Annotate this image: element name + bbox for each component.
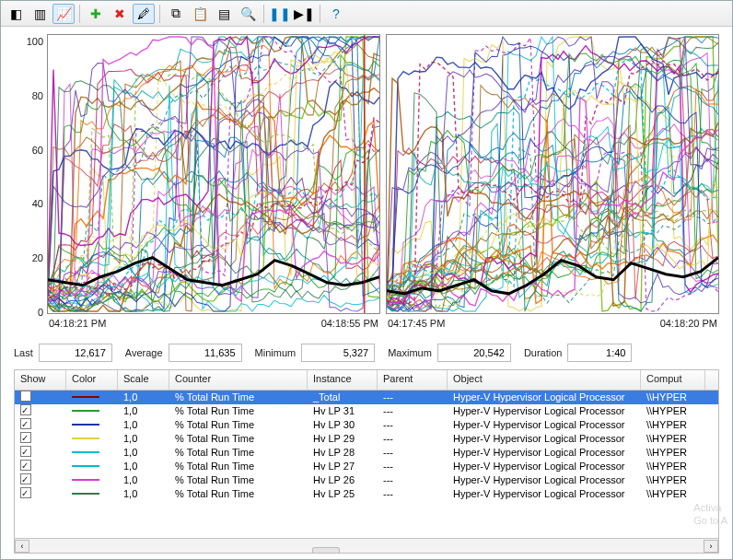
color-swatch xyxy=(72,424,99,426)
show-checkbox[interactable] xyxy=(20,391,31,402)
table-row[interactable]: 1,0% Total Run TimeHv LP 26---Hyper-V Hy… xyxy=(15,473,718,487)
cell-parent: --- xyxy=(378,404,448,418)
cell-computer: \\HYPER xyxy=(641,404,705,418)
table-row[interactable]: 1,0% Total Run TimeHv LP 28---Hyper-V Hy… xyxy=(15,446,718,460)
table-row[interactable]: 1,0% Total Run TimeHv LP 30---Hyper-V Hy… xyxy=(15,418,718,432)
properties-icon[interactable]: ▤ xyxy=(213,4,235,24)
cell-parent: --- xyxy=(378,432,448,446)
stat-minimum: 5,327 xyxy=(301,344,375,362)
col-instance[interactable]: Instance xyxy=(308,370,378,390)
cell-object: Hyper-V Hypervisor Logical Processor xyxy=(448,473,641,487)
color-swatch xyxy=(72,465,99,467)
color-swatch xyxy=(72,396,99,398)
cell-counter: % Total Run Time xyxy=(169,391,308,404)
col-counter[interactable]: Counter xyxy=(169,370,308,390)
cell-counter: % Total Run Time xyxy=(169,404,308,418)
zoom-icon[interactable]: 🔍 xyxy=(237,4,259,24)
cell-scale: 1,0 xyxy=(118,487,169,501)
stat-duration: 1:40 xyxy=(567,344,632,362)
scroll-right-icon[interactable]: › xyxy=(704,540,718,553)
color-swatch xyxy=(72,438,99,439)
cell-object: Hyper-V Hypervisor Logical Processor xyxy=(448,446,641,460)
table-row[interactable]: 1,0% Total Run Time_Total---Hyper-V Hype… xyxy=(15,391,718,404)
add-icon[interactable]: ✚ xyxy=(85,4,107,24)
update-icon[interactable]: ▶❚ xyxy=(293,4,315,24)
freeze-icon[interactable]: ❚❚ xyxy=(269,4,291,24)
table-row[interactable]: 1,0% Total Run TimeHv LP 27---Hyper-V Hy… xyxy=(15,460,718,473)
xlabel: 04:18:20 PM xyxy=(660,318,717,336)
highlight-icon[interactable]: 🖉 xyxy=(133,4,155,24)
horizontal-scrollbar[interactable]: ‹ › xyxy=(15,538,718,553)
cell-computer: \\HYPER xyxy=(641,460,705,473)
col-object[interactable]: Object xyxy=(448,370,641,390)
show-checkbox[interactable] xyxy=(20,432,31,443)
col-parent[interactable]: Parent xyxy=(378,370,448,390)
stat-average: 11,635 xyxy=(169,344,242,362)
cell-scale: 1,0 xyxy=(118,432,169,446)
cell-instance: Hv LP 28 xyxy=(308,446,378,460)
y-tick: 20 xyxy=(32,252,43,263)
table-row[interactable]: 1,0% Total Run TimeHv LP 29---Hyper-V Hy… xyxy=(15,432,718,446)
table-row[interactable]: 1,0% Total Run TimeHv LP 25---Hyper-V Hy… xyxy=(15,487,718,501)
show-checkbox[interactable] xyxy=(20,460,31,471)
cell-computer: \\HYPER xyxy=(641,391,705,404)
cell-scale: 1,0 xyxy=(118,460,169,473)
color-swatch xyxy=(72,479,99,481)
y-axis: 100806040200 xyxy=(14,34,47,336)
counter-grid: Show Color Scale Counter Instance Parent… xyxy=(14,369,719,554)
cell-scale: 1,0 xyxy=(118,404,169,418)
col-scale[interactable]: Scale xyxy=(118,370,169,390)
cell-instance: _Total xyxy=(308,391,378,404)
col-color[interactable]: Color xyxy=(66,370,118,390)
col-show[interactable]: Show xyxy=(15,370,66,390)
view-tree-icon[interactable]: ◧ xyxy=(5,4,27,24)
cell-computer: \\HYPER xyxy=(641,432,705,446)
color-swatch xyxy=(72,451,99,453)
cell-instance: Hv LP 30 xyxy=(308,418,378,432)
color-swatch xyxy=(72,493,99,495)
cell-object: Hyper-V Hypervisor Logical Processor xyxy=(448,418,641,432)
show-checkbox[interactable] xyxy=(20,446,31,457)
cell-parent: --- xyxy=(378,473,448,487)
xlabel: 04:18:21 PM xyxy=(49,318,106,336)
table-row[interactable]: 1,0% Total Run TimeHv LP 31---Hyper-V Hy… xyxy=(15,404,718,418)
cell-object: Hyper-V Hypervisor Logical Processor xyxy=(448,391,641,404)
y-tick: 60 xyxy=(32,145,43,156)
chart-panel-b[interactable] xyxy=(386,34,719,314)
xlabel: 04:18:55 PM xyxy=(321,318,378,336)
cell-instance: Hv LP 31 xyxy=(308,404,378,418)
chart-area: 100806040200 04:18:21 PM04:18:55 PM 04:1… xyxy=(1,27,732,340)
scroll-left-icon[interactable]: ‹ xyxy=(15,540,29,553)
grid-header[interactable]: Show Color Scale Counter Instance Parent… xyxy=(15,370,718,391)
cell-scale: 1,0 xyxy=(118,446,169,460)
delete-icon[interactable]: ✖ xyxy=(109,4,131,24)
separator xyxy=(263,5,264,23)
cell-counter: % Total Run Time xyxy=(169,432,308,446)
col-computer[interactable]: Comput xyxy=(641,370,705,390)
cell-object: Hyper-V Hypervisor Logical Processor xyxy=(448,432,641,446)
xlabel: 04:17:45 PM xyxy=(388,318,445,336)
cell-computer: \\HYPER xyxy=(641,446,705,460)
cell-object: Hyper-V Hypervisor Logical Processor xyxy=(448,487,641,501)
chart-panel-a[interactable] xyxy=(47,34,380,314)
scroll-thumb[interactable] xyxy=(312,547,340,554)
show-checkbox[interactable] xyxy=(20,418,31,429)
cell-instance: Hv LP 29 xyxy=(308,432,378,446)
toolbar: ◧▥📈✚✖🖉⧉📋▤🔍❚❚▶❚? xyxy=(1,1,732,27)
y-tick: 0 xyxy=(38,307,43,318)
cell-scale: 1,0 xyxy=(118,473,169,487)
help-icon[interactable]: ? xyxy=(325,4,347,24)
view-report-icon[interactable]: ▥ xyxy=(29,4,51,24)
show-checkbox[interactable] xyxy=(20,404,31,415)
view-graph-icon[interactable]: 📈 xyxy=(52,4,75,24)
cell-parent: --- xyxy=(378,460,448,473)
stat-last: 12,617 xyxy=(39,344,112,362)
cell-counter: % Total Run Time xyxy=(169,418,308,432)
separator xyxy=(159,5,160,23)
cell-counter: % Total Run Time xyxy=(169,487,308,501)
copy-icon[interactable]: ⧉ xyxy=(165,4,187,24)
show-checkbox[interactable] xyxy=(20,487,31,498)
y-tick: 100 xyxy=(27,36,43,47)
paste-icon[interactable]: 📋 xyxy=(189,4,211,24)
show-checkbox[interactable] xyxy=(20,473,31,484)
